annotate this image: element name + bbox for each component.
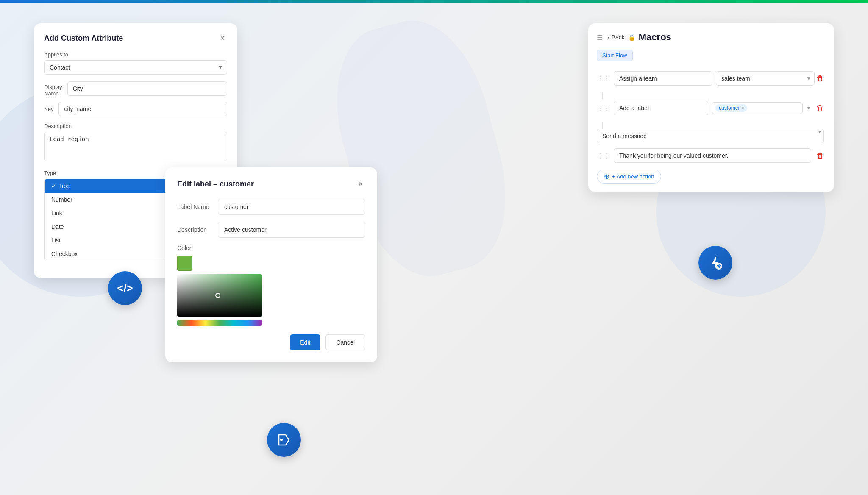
start-flow-button[interactable]: Start Flow <box>597 50 633 61</box>
select-arrow-2: ▼ <box>806 105 811 111</box>
checkmark-icon: ✓ <box>51 183 56 189</box>
color-picker-gradient[interactable] <box>177 274 262 317</box>
divider-2 <box>602 122 603 129</box>
display-name-label: Display <box>44 84 62 90</box>
label-name-row: Label Name <box>177 199 365 215</box>
macro-action-row-1: ⋮⋮ Assign a team sales team ▼ 🗑 <box>597 70 826 87</box>
drag-handle-3: ⋮⋮ <box>597 152 610 160</box>
display-name-input[interactable] <box>67 81 227 96</box>
dialog-header: Edit label – customer × <box>177 179 365 189</box>
applies-to-group: Applies to Contact ▼ <box>44 51 227 75</box>
applies-to-select[interactable]: Contact <box>44 60 227 75</box>
display-name-label-block: Display Name <box>44 81 62 97</box>
back-label: Back <box>612 34 625 41</box>
label-name-field-label: Label Name <box>177 203 211 210</box>
close-button[interactable]: × <box>217 33 227 43</box>
bolt-settings-icon <box>708 255 723 270</box>
action-select-1[interactable]: Assign a team <box>614 71 712 86</box>
svg-point-3 <box>280 439 283 441</box>
label-tag-remove-icon[interactable]: × <box>741 106 744 111</box>
drag-handle-1: ⋮⋮ <box>597 75 610 83</box>
dialog-title: Edit label – customer <box>177 180 254 189</box>
label-icon <box>276 432 292 448</box>
description-input[interactable] <box>218 222 365 238</box>
color-field-label: Color <box>177 245 365 251</box>
applies-to-label: Applies to <box>44 51 227 58</box>
color-section: Color <box>177 245 365 326</box>
back-link[interactable]: ‹ Back <box>608 34 625 41</box>
macros-panel: ☰ ‹ Back 🔒 Macros Start Flow ⋮⋮ Assign a… <box>588 23 834 192</box>
macros-title: Macros <box>639 32 671 43</box>
label-fab-button[interactable] <box>267 423 301 457</box>
color-spectrum-bar[interactable] <box>177 320 262 326</box>
add-action-label: + Add new action <box>612 173 654 180</box>
edit-label-dialog: Edit label – customer × Label Name Descr… <box>165 167 377 362</box>
code-icon: </> <box>117 282 133 295</box>
delete-action-1-button[interactable]: 🗑 <box>815 73 826 84</box>
picker-dot[interactable] <box>215 293 220 298</box>
add-new-action-button[interactable]: ⊕ + Add new action <box>597 170 661 184</box>
dialog-close-button[interactable]: × <box>356 179 365 189</box>
panel-title: Add Custom Attribute <box>44 34 123 43</box>
description-row: Description <box>177 222 365 238</box>
description-label: Description <box>44 123 227 129</box>
color-preview[interactable] <box>177 256 192 271</box>
code-fab-button[interactable]: </> <box>108 271 142 305</box>
divider-1 <box>602 92 603 99</box>
delete-message-button[interactable]: 🗑 <box>815 150 826 161</box>
applies-to-select-wrapper: Contact ▼ <box>44 60 227 75</box>
key-label: Key <box>44 106 53 112</box>
delete-action-2-button[interactable]: 🗑 <box>815 103 826 114</box>
action-value-select-1[interactable]: sales team <box>716 71 815 86</box>
label-name-input[interactable] <box>218 199 365 215</box>
message-row: Send a message ▼ <box>597 129 826 143</box>
lock-icon: 🔒 <box>628 34 635 41</box>
message-text: Thank you for being our valued customer. <box>614 148 811 163</box>
display-name-label2: Name <box>44 90 62 97</box>
description-textarea[interactable] <box>44 132 227 161</box>
send-message-select[interactable]: Send a message <box>597 129 824 143</box>
cancel-button[interactable]: Cancel <box>326 334 365 350</box>
description-field-label: Description <box>177 226 211 233</box>
macros-menu-icon: ☰ <box>597 33 603 42</box>
macro-action-row-2: ⋮⋮ Add a label customer × ▼ 🗑 <box>597 99 826 117</box>
label-tag-customer: customer × <box>715 104 747 112</box>
drag-handle-2: ⋮⋮ <box>597 104 610 112</box>
label-tag-text: customer <box>719 105 740 111</box>
panel-header: Add Custom Attribute × <box>44 33 227 43</box>
action-select-2[interactable]: Add a label <box>614 101 708 115</box>
edit-button[interactable]: Edit <box>290 334 320 350</box>
settings-fab-button[interactable] <box>698 246 732 280</box>
plus-icon: ⊕ <box>604 172 609 181</box>
key-input[interactable] <box>58 102 227 116</box>
back-chevron-icon: ‹ <box>608 34 610 41</box>
message-content-row: ⋮⋮ Thank you for being our valued custom… <box>597 148 826 163</box>
macros-header: ☰ ‹ Back 🔒 Macros <box>597 32 826 43</box>
dialog-actions: Edit Cancel <box>177 334 365 350</box>
description-group: Description <box>44 123 227 163</box>
